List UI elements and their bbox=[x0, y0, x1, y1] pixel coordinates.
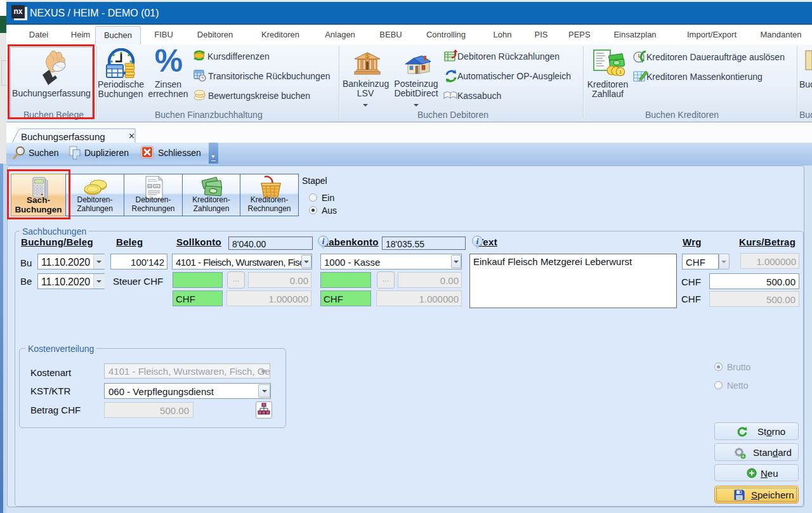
svg-text:$: $ bbox=[366, 54, 369, 58]
svg-text:1: 1 bbox=[619, 69, 622, 75]
svg-text:i: i bbox=[322, 237, 325, 246]
svg-text:i: i bbox=[476, 237, 479, 246]
